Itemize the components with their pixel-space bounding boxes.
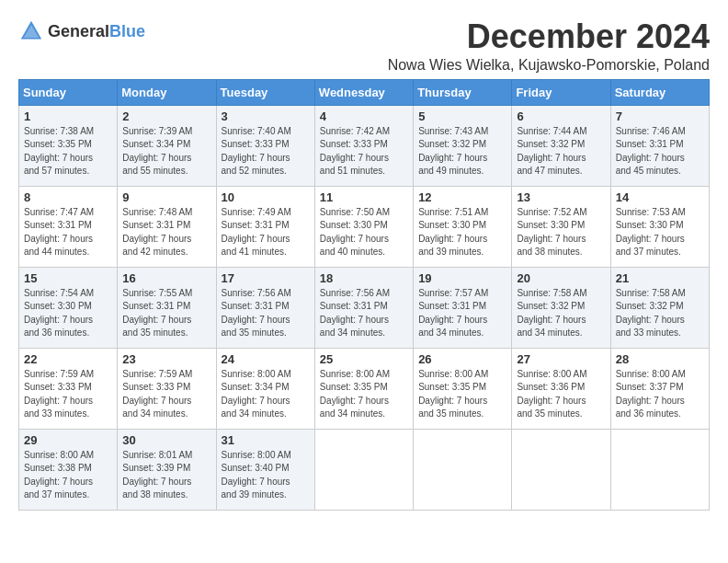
logo-text-blue: Blue xyxy=(109,23,145,40)
day-number: 16 xyxy=(122,271,210,285)
logo-icon xyxy=(18,18,44,44)
day-number: 19 xyxy=(418,271,506,285)
day-number: 22 xyxy=(24,352,112,366)
calendar-cell: 30Sunrise: 8:01 AMSunset: 3:39 PMDayligh… xyxy=(118,429,216,510)
calendar-cell: 24Sunrise: 8:00 AMSunset: 3:34 PMDayligh… xyxy=(216,348,314,429)
day-of-week-header: Wednesday xyxy=(314,79,413,105)
calendar-cell: 9Sunrise: 7:48 AMSunset: 3:31 PMDaylight… xyxy=(118,186,216,267)
day-of-week-header: Saturday xyxy=(610,79,709,105)
calendar-cell: 2Sunrise: 7:39 AMSunset: 3:34 PMDaylight… xyxy=(118,105,216,186)
day-info: Sunrise: 7:38 AMSunset: 3:35 PMDaylight:… xyxy=(24,125,112,178)
calendar-cell: 18Sunrise: 7:56 AMSunset: 3:31 PMDayligh… xyxy=(314,267,413,348)
day-number: 24 xyxy=(222,352,310,366)
day-info: Sunrise: 7:50 AMSunset: 3:30 PMDaylight:… xyxy=(320,206,408,259)
calendar-cell: 15Sunrise: 7:54 AMSunset: 3:30 PMDayligh… xyxy=(19,267,118,348)
day-number: 4 xyxy=(320,109,408,123)
day-of-week-header: Thursday xyxy=(414,79,512,105)
calendar-cell: 31Sunrise: 8:00 AMSunset: 3:40 PMDayligh… xyxy=(216,429,314,510)
day-number: 18 xyxy=(320,271,408,285)
day-info: Sunrise: 7:57 AMSunset: 3:31 PMDaylight:… xyxy=(418,287,506,340)
day-number: 20 xyxy=(517,271,605,285)
calendar-cell: 6Sunrise: 7:44 AMSunset: 3:32 PMDaylight… xyxy=(512,105,610,186)
day-number: 30 xyxy=(122,433,210,447)
day-info: Sunrise: 7:53 AMSunset: 3:30 PMDaylight:… xyxy=(616,206,704,259)
day-of-week-header: Tuesday xyxy=(216,79,314,105)
day-of-week-header: Friday xyxy=(512,79,610,105)
day-info: Sunrise: 8:00 AMSunset: 3:37 PMDaylight:… xyxy=(616,368,704,421)
day-info: Sunrise: 7:49 AMSunset: 3:31 PMDaylight:… xyxy=(222,206,310,259)
calendar-cell: 11Sunrise: 7:50 AMSunset: 3:30 PMDayligh… xyxy=(314,186,413,267)
day-info: Sunrise: 7:56 AMSunset: 3:31 PMDaylight:… xyxy=(320,287,408,340)
day-info: Sunrise: 7:58 AMSunset: 3:32 PMDaylight:… xyxy=(517,287,605,340)
calendar-cell: 1Sunrise: 7:38 AMSunset: 3:35 PMDaylight… xyxy=(19,105,118,186)
day-number: 12 xyxy=(418,190,506,204)
calendar-cell: 27Sunrise: 8:00 AMSunset: 3:36 PMDayligh… xyxy=(512,348,610,429)
calendar-cell: 8Sunrise: 7:47 AMSunset: 3:31 PMDaylight… xyxy=(19,186,118,267)
day-number: 9 xyxy=(122,190,210,204)
calendar-cell: 28Sunrise: 8:00 AMSunset: 3:37 PMDayligh… xyxy=(610,348,709,429)
day-info: Sunrise: 7:39 AMSunset: 3:34 PMDaylight:… xyxy=(122,125,210,178)
logo: General Blue xyxy=(18,18,145,44)
calendar-cell: 22Sunrise: 7:59 AMSunset: 3:33 PMDayligh… xyxy=(19,348,118,429)
day-info: Sunrise: 7:52 AMSunset: 3:30 PMDaylight:… xyxy=(517,206,605,259)
day-info: Sunrise: 7:40 AMSunset: 3:33 PMDaylight:… xyxy=(222,125,310,178)
header: General Blue December 2024 Nowa Wies Wie… xyxy=(18,18,710,74)
day-number: 21 xyxy=(616,271,704,285)
day-info: Sunrise: 7:42 AMSunset: 3:33 PMDaylight:… xyxy=(320,125,408,178)
day-number: 26 xyxy=(418,352,506,366)
day-info: Sunrise: 7:48 AMSunset: 3:31 PMDaylight:… xyxy=(122,206,210,259)
title-area: December 2024 Nowa Wies Wielka, Kujawsko… xyxy=(388,18,710,74)
day-number: 8 xyxy=(24,190,112,204)
day-info: Sunrise: 8:01 AMSunset: 3:39 PMDaylight:… xyxy=(122,449,210,502)
calendar-table: SundayMondayTuesdayWednesdayThursdayFrid… xyxy=(18,79,710,511)
day-number: 7 xyxy=(616,109,704,123)
calendar-week-row: 22Sunrise: 7:59 AMSunset: 3:33 PMDayligh… xyxy=(19,348,710,429)
calendar-cell: 17Sunrise: 7:56 AMSunset: 3:31 PMDayligh… xyxy=(216,267,314,348)
day-number: 29 xyxy=(24,433,112,447)
calendar-body: 1Sunrise: 7:38 AMSunset: 3:35 PMDaylight… xyxy=(19,105,710,510)
day-info: Sunrise: 7:59 AMSunset: 3:33 PMDaylight:… xyxy=(122,368,210,421)
month-title: December 2024 xyxy=(388,18,710,55)
calendar-week-row: 1Sunrise: 7:38 AMSunset: 3:35 PMDaylight… xyxy=(19,105,710,186)
calendar-cell: 19Sunrise: 7:57 AMSunset: 3:31 PMDayligh… xyxy=(414,267,512,348)
day-info: Sunrise: 8:00 AMSunset: 3:35 PMDaylight:… xyxy=(320,368,408,421)
day-info: Sunrise: 8:00 AMSunset: 3:40 PMDaylight:… xyxy=(222,449,310,502)
calendar-cell: 12Sunrise: 7:51 AMSunset: 3:30 PMDayligh… xyxy=(414,186,512,267)
day-number: 2 xyxy=(122,109,210,123)
calendar-cell: 4Sunrise: 7:42 AMSunset: 3:33 PMDaylight… xyxy=(314,105,413,186)
day-of-week-header: Sunday xyxy=(19,79,118,105)
day-info: Sunrise: 7:44 AMSunset: 3:32 PMDaylight:… xyxy=(517,125,605,178)
day-number: 6 xyxy=(517,109,605,123)
day-info: Sunrise: 8:00 AMSunset: 3:36 PMDaylight:… xyxy=(517,368,605,421)
location-subtitle: Nowa Wies Wielka, Kujawsko-Pomorskie, Po… xyxy=(388,57,710,74)
day-number: 3 xyxy=(222,109,310,123)
calendar-cell: 23Sunrise: 7:59 AMSunset: 3:33 PMDayligh… xyxy=(118,348,216,429)
calendar-cell: 25Sunrise: 8:00 AMSunset: 3:35 PMDayligh… xyxy=(314,348,413,429)
day-info: Sunrise: 7:47 AMSunset: 3:31 PMDaylight:… xyxy=(24,206,112,259)
day-number: 25 xyxy=(320,352,408,366)
day-info: Sunrise: 8:00 AMSunset: 3:35 PMDaylight:… xyxy=(418,368,506,421)
calendar-cell: 10Sunrise: 7:49 AMSunset: 3:31 PMDayligh… xyxy=(216,186,314,267)
day-info: Sunrise: 7:46 AMSunset: 3:31 PMDaylight:… xyxy=(616,125,704,178)
day-info: Sunrise: 7:56 AMSunset: 3:31 PMDaylight:… xyxy=(222,287,310,340)
day-number: 28 xyxy=(616,352,704,366)
day-number: 14 xyxy=(616,190,704,204)
calendar-cell: 7Sunrise: 7:46 AMSunset: 3:31 PMDaylight… xyxy=(610,105,709,186)
day-number: 11 xyxy=(320,190,408,204)
day-number: 10 xyxy=(222,190,310,204)
calendar-cell: 20Sunrise: 7:58 AMSunset: 3:32 PMDayligh… xyxy=(512,267,610,348)
calendar-cell xyxy=(610,429,709,510)
day-info: Sunrise: 7:43 AMSunset: 3:32 PMDaylight:… xyxy=(418,125,506,178)
calendar-cell xyxy=(414,429,512,510)
day-number: 5 xyxy=(418,109,506,123)
day-number: 31 xyxy=(222,433,310,447)
days-of-week-row: SundayMondayTuesdayWednesdayThursdayFrid… xyxy=(19,79,710,105)
day-info: Sunrise: 7:54 AMSunset: 3:30 PMDaylight:… xyxy=(24,287,112,340)
day-info: Sunrise: 8:00 AMSunset: 3:38 PMDaylight:… xyxy=(24,449,112,502)
day-number: 23 xyxy=(122,352,210,366)
day-number: 27 xyxy=(517,352,605,366)
calendar-cell: 5Sunrise: 7:43 AMSunset: 3:32 PMDaylight… xyxy=(414,105,512,186)
calendar-week-row: 29Sunrise: 8:00 AMSunset: 3:38 PMDayligh… xyxy=(19,429,710,510)
calendar-cell: 26Sunrise: 8:00 AMSunset: 3:35 PMDayligh… xyxy=(414,348,512,429)
day-info: Sunrise: 8:00 AMSunset: 3:34 PMDaylight:… xyxy=(222,368,310,421)
